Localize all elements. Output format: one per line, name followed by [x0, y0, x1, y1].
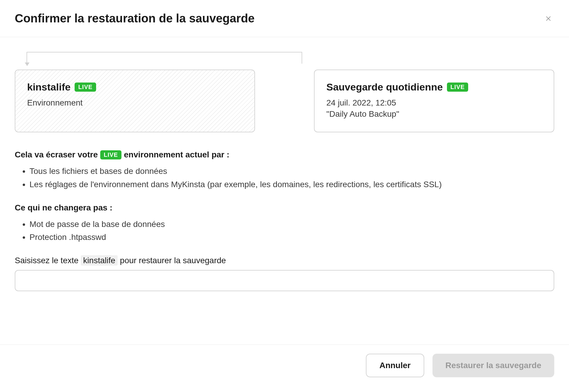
confirm-instruction: Saisissez le texte kinstalife pour resta… [15, 256, 554, 265]
unchanged-heading: Ce qui ne changera pas : [15, 203, 554, 213]
modal-header: Confirmer la restauration de la sauvegar… [0, 0, 569, 37]
target-name: kinstalife [27, 81, 70, 93]
confirm-prefix: Saisissez le texte [15, 256, 78, 265]
overwrite-warning: Cela va écraser votre LIVE environnement… [15, 150, 554, 159]
target-subtitle: Environnement [27, 98, 243, 108]
target-card-header: kinstalife LIVE [27, 81, 243, 93]
source-date: 24 juil. 2022, 12:05 [326, 98, 542, 108]
unchanged-list: Mot de passe de la base de données Prote… [15, 218, 554, 244]
source-description: "Daily Auto Backup" [326, 109, 542, 119]
close-icon [545, 15, 552, 22]
modal-title: Confirmer la restauration de la sauvegar… [15, 12, 255, 25]
confirm-restore-modal: Confirmer la restauration de la sauvegar… [0, 0, 569, 392]
live-badge: LIVE [447, 83, 468, 92]
source-backup-card: Sauvegarde quotidienne LIVE 24 juil. 202… [314, 70, 554, 132]
modal-footer: Annuler Restaurer la sauvegarde [0, 345, 569, 392]
overwrite-suffix: environnement actuel par : [124, 150, 229, 159]
restore-button[interactable]: Restaurer la sauvegarde [432, 354, 554, 377]
live-badge: LIVE [75, 83, 96, 92]
flow-arrow [15, 52, 554, 70]
overwrite-prefix: Cela va écraser votre [15, 150, 98, 159]
source-title: Sauvegarde quotidienne [326, 81, 443, 93]
list-item: Protection .htpasswd [29, 231, 554, 244]
confirm-input[interactable] [15, 270, 554, 291]
list-item: Tous les fichiers et bases de données [29, 165, 554, 178]
confirm-suffix: pour restaurer la sauvegarde [120, 256, 226, 265]
live-badge: LIVE [100, 150, 121, 159]
cancel-button[interactable]: Annuler [366, 354, 424, 377]
list-item: Mot de passe de la base de données [29, 218, 554, 231]
target-environment-card: kinstalife LIVE Environnement [15, 70, 255, 132]
list-item: Les réglages de l'environnement dans MyK… [29, 178, 554, 191]
close-button[interactable] [542, 13, 554, 24]
overwrite-list: Tous les fichiers et bases de données Le… [15, 165, 554, 191]
source-card-header: Sauvegarde quotidienne LIVE [326, 81, 542, 93]
cards-row: kinstalife LIVE Environnement Sauvegarde… [15, 70, 554, 132]
modal-body: kinstalife LIVE Environnement Sauvegarde… [0, 37, 569, 345]
confirm-keyword: kinstalife [81, 255, 118, 266]
